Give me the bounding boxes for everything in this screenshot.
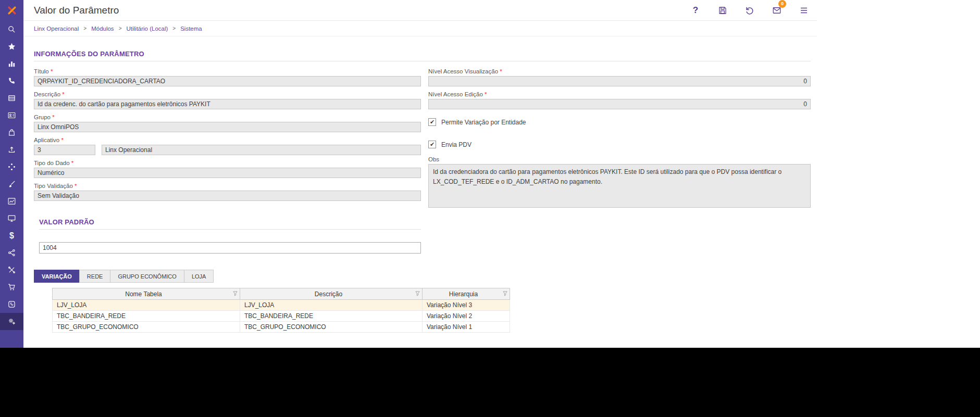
- help-button[interactable]: ?: [690, 5, 701, 16]
- filter-icon[interactable]: [233, 291, 238, 296]
- screen: $ Valor do Parâmetro: [0, 0, 980, 417]
- tab-rede[interactable]: REDE: [79, 270, 111, 283]
- section-divider: [34, 61, 811, 61]
- field-grupo: Grupo: [34, 114, 421, 132]
- tipo-validacao-label: Tipo Validação: [34, 183, 421, 189]
- checkbox-icon: [428, 118, 436, 126]
- field-tipo-dado: Tipo do Dado: [34, 160, 421, 178]
- filter-icon[interactable]: [503, 291, 507, 296]
- checkbox-label: Permite Variação por Entidade: [441, 119, 526, 126]
- field-descricao: Descrição: [34, 91, 421, 109]
- brush-icon: [7, 180, 16, 188]
- breadcrumb-item-sistema[interactable]: Sistema: [180, 26, 202, 32]
- cell-hierarquia: Variação Nível 3: [423, 300, 510, 311]
- breadcrumb-item-modulos[interactable]: Módulos: [91, 26, 114, 32]
- phone-icon: [7, 77, 16, 85]
- tipo-validacao-input[interactable]: [34, 191, 421, 201]
- tab-grupo-economico[interactable]: GRUPO ECONÔMICO: [110, 270, 184, 283]
- sidebar-item-settings[interactable]: [0, 313, 23, 330]
- top-bar: Valor do Parâmetro ? 0: [23, 0, 817, 21]
- share-network-icon: [7, 248, 16, 257]
- form-right-column: Nível Acesso Visualização Nível Acesso E…: [428, 68, 811, 208]
- menu-button[interactable]: [798, 5, 810, 16]
- parameter-form: Título Descrição Grupo Aplicativo: [34, 68, 811, 208]
- sidebar-item-list[interactable]: [0, 90, 23, 107]
- section-title-informacoes: INFORMAÇÕES DO PARÂMETRO: [34, 50, 811, 58]
- table-row[interactable]: TBC_BANDEIRA_REDE TBC_BANDEIRA_REDE Vari…: [53, 311, 510, 322]
- column-header-descricao[interactable]: Descrição: [240, 288, 423, 300]
- tipo-dado-input[interactable]: [34, 168, 421, 178]
- valor-padrao-input[interactable]: [39, 242, 421, 254]
- undo-button[interactable]: [744, 5, 755, 16]
- sidebar-item-brush[interactable]: [0, 175, 23, 193]
- messages-badge: 0: [778, 0, 786, 8]
- breadcrumb-item-utilitario[interactable]: Utilitário (Local): [126, 26, 168, 32]
- star-icon: [7, 42, 16, 51]
- grupo-label: Grupo: [34, 114, 421, 120]
- breadcrumb-separator: >: [119, 26, 122, 31]
- table-row[interactable]: LJV_LOJA LJV_LOJA Variação Nível 3: [53, 300, 510, 311]
- screen-letterbox: [0, 348, 980, 417]
- cell-nome-tabela: TBC_GRUPO_ECONOMICO: [53, 322, 240, 333]
- linx-logo[interactable]: [0, 0, 23, 21]
- upload-icon: [7, 145, 16, 154]
- descricao-input[interactable]: [34, 99, 421, 109]
- messages-button[interactable]: 0: [771, 5, 783, 16]
- sidebar: $: [0, 0, 23, 348]
- sidebar-item-analytics[interactable]: [0, 193, 23, 210]
- table-header-row: Nome Tabela Descrição Hierarquia: [53, 288, 510, 300]
- sidebar-item-monitor[interactable]: [0, 210, 23, 227]
- column-header-hierarquia[interactable]: Hierarquia: [423, 288, 510, 300]
- aplicativo-label: Aplicativo: [34, 137, 421, 143]
- aplicativo-code-input[interactable]: [34, 145, 95, 155]
- aplicativo-name-input[interactable]: [102, 145, 421, 155]
- tab-variacao[interactable]: VARIAÇÃO: [34, 270, 80, 283]
- sidebar-item-bag[interactable]: [0, 124, 23, 141]
- tab-strip: VARIAÇÃO REDE GRUPO ECONÔMICO LOJA: [34, 270, 811, 283]
- linx-logo-icon: [7, 5, 17, 16]
- tools-icon: [7, 266, 16, 274]
- filter-icon[interactable]: [415, 291, 420, 296]
- checkbox-icon: [428, 141, 436, 148]
- sidebar-item-cart[interactable]: [0, 279, 23, 296]
- sidebar-item-tools[interactable]: [0, 261, 23, 279]
- titulo-input[interactable]: [34, 76, 421, 86]
- tab-loja[interactable]: LOJA: [184, 270, 214, 283]
- sidebar-item-upload[interactable]: [0, 141, 23, 158]
- cell-descricao: LJV_LOJA: [240, 300, 423, 311]
- search-icon: [7, 25, 16, 34]
- sidebar-item-loyalty[interactable]: [0, 158, 23, 175]
- sidebar-item-contacts[interactable]: [0, 107, 23, 124]
- sidebar-item-currency[interactable]: $: [0, 227, 23, 244]
- breadcrumb-separator: >: [83, 26, 86, 31]
- descricao-label: Descrição: [34, 91, 421, 97]
- sidebar-item-search[interactable]: [0, 21, 23, 38]
- checkbox-envia-pdv[interactable]: Envia PDV: [428, 141, 811, 148]
- column-header-nome-tabela[interactable]: Nome Tabela: [53, 288, 240, 300]
- obs-textarea[interactable]: Id da credenciadora do cartão para pagam…: [428, 164, 811, 208]
- nivel-visualizacao-input[interactable]: [428, 76, 811, 86]
- breadcrumb-item-linx-operacional[interactable]: Linx Operacional: [34, 26, 79, 32]
- grupo-input[interactable]: [34, 122, 421, 132]
- valor-padrao-section: VALOR PADRÃO: [39, 218, 421, 254]
- section-title-valor-padrao: VALOR PADRÃO: [39, 218, 421, 226]
- list-icon: [7, 94, 16, 103]
- sidebar-item-charts[interactable]: [0, 55, 23, 72]
- sidebar-item-phone[interactable]: [0, 72, 23, 90]
- field-tipo-validacao: Tipo Validação: [34, 183, 421, 201]
- loyalty-icon: [7, 162, 16, 171]
- table-row[interactable]: TBC_GRUPO_ECONOMICO TBC_GRUPO_ECONOMICO …: [53, 322, 510, 333]
- sidebar-item-device[interactable]: [0, 296, 23, 313]
- cell-nome-tabela: LJV_LOJA: [53, 300, 240, 311]
- save-button[interactable]: [717, 5, 728, 16]
- nivel-edicao-input[interactable]: [428, 99, 811, 109]
- line-chart-icon: [7, 197, 16, 206]
- checkbox-permite-variacao[interactable]: Permite Variação por Entidade: [428, 118, 811, 126]
- sidebar-item-favorites[interactable]: [0, 38, 23, 55]
- field-titulo: Título: [34, 68, 421, 86]
- cell-hierarquia: Variação Nível 2: [423, 311, 510, 322]
- device-phone-icon: [7, 300, 16, 309]
- sidebar-item-network[interactable]: [0, 244, 23, 261]
- gears-icon: [7, 317, 16, 326]
- hamburger-icon: [799, 6, 809, 15]
